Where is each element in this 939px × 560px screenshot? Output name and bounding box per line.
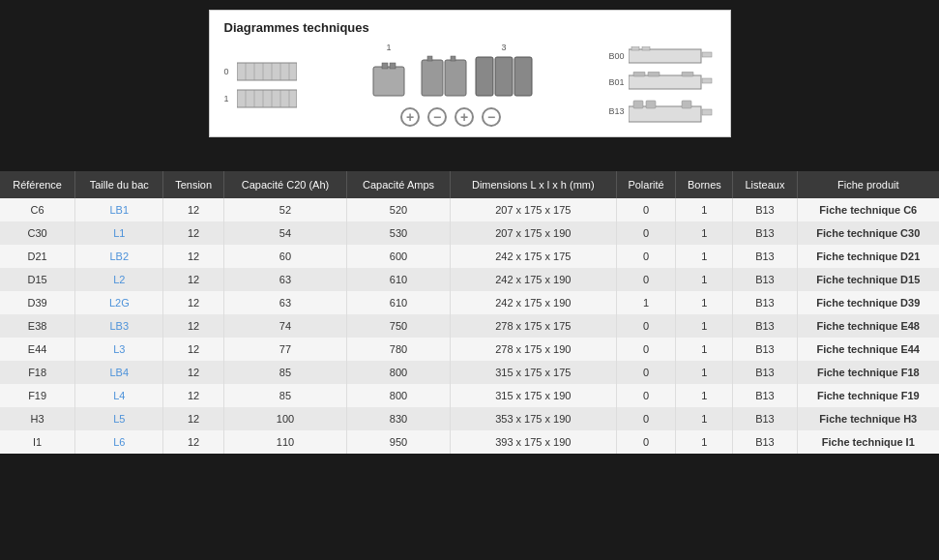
svg-rect-7 <box>237 90 297 107</box>
table-cell: 77 <box>223 338 346 361</box>
plus-icon: + <box>400 107 420 127</box>
table-cell: F19 <box>0 384 75 407</box>
table-cell: B13 <box>733 268 797 291</box>
bat-3d-2 <box>420 52 470 101</box>
table-cell: B13 <box>733 245 797 268</box>
svg-rect-36 <box>646 101 656 108</box>
table-row: F19L41285800315 x 175 x 19001B13Fiche te… <box>0 384 939 407</box>
table-cell: 12 <box>163 245 224 268</box>
table-cell: 0 <box>616 430 676 454</box>
table-cell: 315 x 175 x 175 <box>450 361 616 384</box>
table-cell: 12 <box>163 268 224 291</box>
col-taille: Taille du bac <box>75 171 163 198</box>
b01-shape <box>629 72 716 93</box>
table-cell: 12 <box>163 198 224 221</box>
table-cell: 0 <box>616 221 676 245</box>
table-cell: 0 <box>616 407 676 430</box>
table-cell: 85 <box>223 361 346 384</box>
table-cell: 1 <box>676 384 733 407</box>
table-row: D39L2G1263610242 x 175 x 19011B13Fiche t… <box>0 291 939 314</box>
table-cell: 315 x 175 x 190 <box>450 384 616 407</box>
table-cell: 1 <box>676 314 733 338</box>
table-cell: 1 <box>676 430 733 454</box>
table-cell: B13 <box>733 430 797 454</box>
table-cell: Fiche technique D39 <box>797 291 939 314</box>
svg-rect-33 <box>629 106 701 122</box>
col-fiche: Fiche produit <box>797 171 939 198</box>
svg-rect-24 <box>629 49 701 63</box>
table-cell: 12 <box>163 221 224 245</box>
table-cell: 1 <box>676 338 733 361</box>
table-cell[interactable]: LB3 <box>75 314 163 338</box>
table-cell: 610 <box>347 291 451 314</box>
table-cell: 0 <box>616 314 676 338</box>
col-capacite-amps: Capacité Amps <box>347 171 451 198</box>
table-cell: B13 <box>733 338 797 361</box>
table-wrapper: Référence Taille du bac Tension Capacité… <box>0 171 939 454</box>
table-cell: Fiche technique F18 <box>797 361 939 384</box>
table-cell: I1 <box>0 430 75 454</box>
table-cell: D39 <box>0 291 75 314</box>
table-cell: 530 <box>347 221 451 245</box>
table-cell: 0 <box>616 198 676 221</box>
table-cell: Fiche technique C30 <box>797 221 939 245</box>
diagram-left: 0 1 <box>224 61 297 109</box>
table-cell: 0 <box>616 338 676 361</box>
table-row: D21LB21260600242 x 175 x 17501B13Fiche t… <box>0 245 939 268</box>
bat-group-2 <box>420 52 470 101</box>
b00-shape <box>629 46 716 66</box>
svg-rect-31 <box>648 72 660 76</box>
diagram-content: 0 1 <box>224 43 716 127</box>
table-cell[interactable]: L2G <box>75 291 163 314</box>
table-cell[interactable]: L5 <box>75 407 163 430</box>
table-cell: 100 <box>223 407 346 430</box>
table-cell: Fiche technique D21 <box>797 245 939 268</box>
side-view-b00: B00 <box>605 46 716 66</box>
table-cell: 0 <box>616 384 676 407</box>
table-row: I1L612110950393 x 175 x 19001B13Fiche te… <box>0 430 939 454</box>
table-cell[interactable]: LB2 <box>75 245 163 268</box>
table-cell: E38 <box>0 314 75 338</box>
table-cell: 1 <box>676 245 733 268</box>
table-cell[interactable]: LB4 <box>75 361 163 384</box>
diagram-title: Diagrammes techniques <box>224 20 716 35</box>
table-cell: 12 <box>163 314 224 338</box>
table-cell: B13 <box>733 198 797 221</box>
plus-icon-2: + <box>455 107 474 127</box>
table-cell: 85 <box>223 384 346 407</box>
table-cell: 1 <box>676 198 733 221</box>
table-cell: 353 x 175 x 190 <box>450 407 616 430</box>
table-cell[interactable]: LB1 <box>75 198 163 221</box>
table-cell: 1 <box>676 221 733 245</box>
table-row: C30L11254530207 x 175 x 19001B13Fiche te… <box>0 221 939 245</box>
col-capacite-c20: Capacité C20 (Ah) <box>223 171 346 198</box>
svg-rect-27 <box>642 46 650 50</box>
num-label-0: 0 <box>224 67 232 76</box>
b01-label: B01 <box>605 77 625 87</box>
table-cell[interactable]: L3 <box>75 338 163 361</box>
table-cell[interactable]: L4 <box>75 384 163 407</box>
table-cell: D21 <box>0 245 75 268</box>
svg-rect-21 <box>476 57 493 96</box>
svg-rect-30 <box>633 72 645 76</box>
table-cell: B13 <box>733 407 797 430</box>
table-cell: 207 x 175 x 190 <box>450 221 616 245</box>
product-table: Référence Taille du bac Tension Capacité… <box>0 171 939 454</box>
table-cell: 1 <box>616 291 676 314</box>
table-cell[interactable]: L2 <box>75 268 163 291</box>
table-cell[interactable]: L6 <box>75 430 163 454</box>
table-cell[interactable]: L1 <box>75 221 163 245</box>
col-dimensions: Dimensions L x l x h (mm) <box>450 171 616 198</box>
num-label-1: 1 <box>224 94 232 103</box>
table-cell: 800 <box>347 384 451 407</box>
spacer <box>0 152 939 171</box>
table-cell: 393 x 175 x 190 <box>450 430 616 454</box>
col-polarite: Polarité <box>616 171 676 198</box>
bat-3d-1 <box>368 52 409 101</box>
table-cell: H3 <box>0 407 75 430</box>
table-cell: 780 <box>347 338 451 361</box>
svg-rect-20 <box>451 56 455 61</box>
table-body: C6LB11252520207 x 175 x 17501B13Fiche te… <box>0 198 939 454</box>
b13-shape <box>629 99 716 124</box>
table-cell: Fiche technique I1 <box>797 430 939 454</box>
